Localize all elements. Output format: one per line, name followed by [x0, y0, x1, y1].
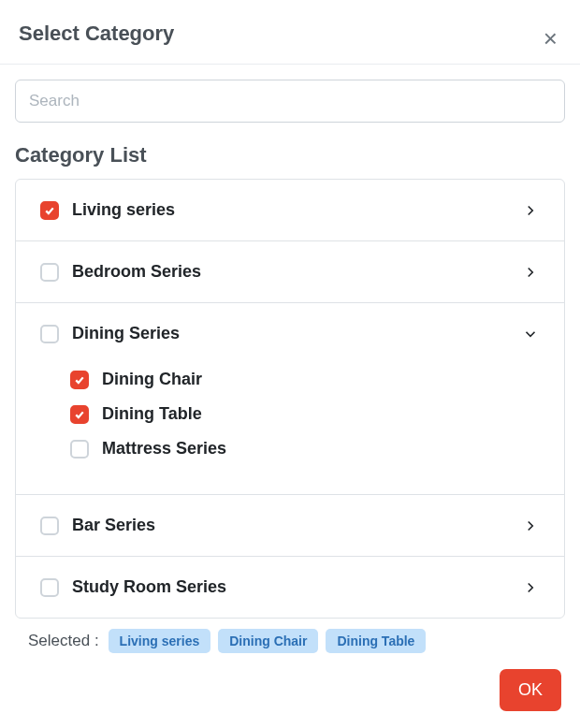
- subcategory-checkbox[interactable]: [70, 440, 89, 459]
- category-checkbox[interactable]: [40, 578, 59, 597]
- category-row[interactable]: Bedroom Series: [16, 241, 564, 302]
- category-item: Study Room Series: [16, 557, 564, 618]
- category-list: Living seriesBedroom SeriesDining Series…: [15, 179, 565, 619]
- modal-body[interactable]: Category List Living seriesBedroom Serie…: [0, 65, 580, 619]
- search-input[interactable]: [15, 80, 565, 123]
- category-label: Living series: [72, 200, 508, 220]
- selected-label: Selected :: [28, 632, 99, 650]
- ok-button[interactable]: OK: [500, 669, 561, 711]
- category-checkbox[interactable]: [40, 201, 59, 220]
- subcategory-label: Dining Table: [102, 404, 540, 424]
- selected-row: Selected : Living seriesDining ChairDini…: [28, 632, 561, 650]
- category-checkbox[interactable]: [40, 263, 59, 282]
- subcategory-row[interactable]: Dining Chair: [16, 364, 564, 397]
- category-checkbox[interactable]: [40, 325, 59, 343]
- category-row[interactable]: Study Room Series: [16, 557, 564, 618]
- category-checkbox[interactable]: [40, 517, 59, 535]
- subcategory-checkbox[interactable]: [70, 371, 89, 389]
- subcategory-list: Dining ChairDining TableMattress Series: [16, 364, 564, 494]
- subcategory-row[interactable]: Dining Table: [16, 397, 564, 431]
- chevron-right-icon[interactable]: [521, 578, 540, 597]
- selected-tag[interactable]: Dining Table: [326, 629, 426, 653]
- category-label: Bar Series: [72, 516, 508, 535]
- category-item: Living series: [16, 180, 564, 241]
- modal-header: Select Category ×: [0, 0, 580, 65]
- select-category-modal: Select Category × Category List Living s…: [0, 0, 580, 728]
- chevron-down-icon[interactable]: [521, 325, 540, 343]
- selected-tag[interactable]: Dining Chair: [218, 629, 318, 653]
- subcategory-label: Dining Chair: [102, 370, 540, 389]
- category-label: Dining Series: [72, 324, 508, 343]
- chevron-right-icon[interactable]: [521, 201, 540, 220]
- category-row[interactable]: Dining Series: [16, 303, 564, 364]
- category-item: Bedroom Series: [16, 241, 564, 303]
- category-label: Study Room Series: [72, 577, 508, 597]
- subcategory-row[interactable]: Mattress Series: [16, 431, 564, 466]
- selected-tag[interactable]: Living series: [109, 629, 211, 653]
- subcategory-label: Mattress Series: [102, 439, 540, 459]
- chevron-right-icon[interactable]: [521, 263, 540, 282]
- chevron-right-icon[interactable]: [521, 517, 540, 535]
- category-row[interactable]: Living series: [16, 180, 564, 240]
- category-label: Bedroom Series: [72, 262, 508, 282]
- close-button[interactable]: ×: [540, 26, 561, 51]
- modal-title: Select Category: [19, 22, 174, 46]
- category-row[interactable]: Bar Series: [16, 495, 564, 556]
- close-icon: ×: [544, 24, 558, 52]
- modal-footer: Selected : Living seriesDining ChairDini…: [0, 619, 580, 728]
- category-item: Bar Series: [16, 495, 564, 557]
- subcategory-checkbox[interactable]: [70, 405, 89, 424]
- category-item: Dining SeriesDining ChairDining TableMat…: [16, 303, 564, 495]
- category-list-title: Category List: [15, 143, 565, 167]
